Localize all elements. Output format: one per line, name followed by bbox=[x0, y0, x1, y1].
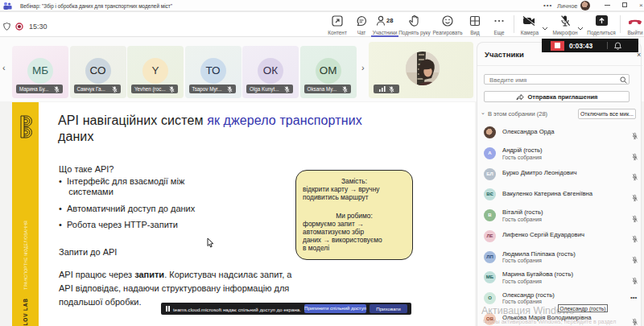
svg-text:28: 28 bbox=[386, 17, 393, 24]
